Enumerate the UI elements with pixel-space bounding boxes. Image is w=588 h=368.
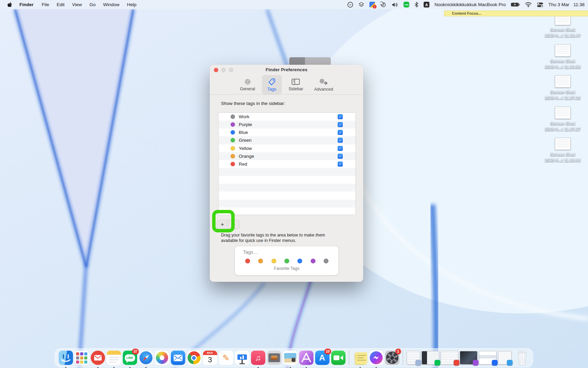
safari-icon [139,351,153,365]
tab-advanced[interactable]: Advanced [310,75,337,94]
favorite-tag-dot[interactable] [284,259,289,263]
desktop-file[interactable]: Screen Shot2565-0...t 11.37.20 [535,75,588,101]
window-titlebar[interactable]: Finder Preferences [210,65,363,75]
tag-checkbox[interactable]: ✓ [338,122,343,127]
tag-row[interactable]: Orange✓ [219,152,355,160]
control-center-icon[interactable] [537,2,543,8]
tag-row[interactable]: Blue✓ [219,128,355,136]
dock-notes[interactable] [106,350,122,366]
minimize-button[interactable] [221,68,226,72]
clock[interactable]: Thu 3 Mar11:38 [548,2,585,7]
file-name: Screen Shot [535,27,588,33]
dock-line[interactable]: LINE37 [122,350,138,366]
zoom-button[interactable] [229,68,233,72]
tag-color-dot [231,154,235,158]
menu-item-go[interactable]: Go [86,2,99,7]
favorite-tag-dot[interactable] [271,259,276,263]
tag-checkbox[interactable]: ✓ [338,114,343,119]
dock-photo-booth[interactable] [266,350,282,366]
minimized-window[interactable] [479,351,497,365]
dock-preview[interactable] [282,350,298,366]
desktop-file[interactable]: Screen Shot2565-0...t 11.37.27 [535,107,588,133]
wifi-icon[interactable] [525,2,532,8]
dock-trash[interactable] [514,350,530,366]
favorite-tag-dot[interactable] [297,259,302,263]
file-thumbnail [555,75,571,88]
minimized-window[interactable] [441,351,458,365]
tag-checkbox[interactable]: ✓ [338,154,343,159]
dock-keynote[interactable] [234,350,250,366]
tab-tags[interactable]: Tags [262,75,282,94]
tag-row[interactable]: Work✓ [219,113,355,121]
menu-item-file[interactable]: File [38,2,53,7]
minimized-window[interactable] [407,351,420,365]
desktop-file[interactable]: Screen Shot2565-0...t 11.36.47 [535,13,588,39]
menu-item-view[interactable]: View [68,2,86,7]
tag-row[interactable]: Purple✓ [219,121,355,128]
calendar-icon: MAR3 [203,351,217,365]
favorite-tag-dot[interactable] [311,259,315,263]
tag-row[interactable]: Yellow✓ [219,144,355,152]
tab-general[interactable]: General [236,75,259,94]
dock-pages[interactable]: ✎ [218,350,234,366]
tag-name: Work [239,114,249,119]
dock-music[interactable]: ♫ [250,350,266,366]
minimized-window[interactable] [460,351,477,365]
pdf-app-icon[interactable]: ! [369,2,375,7]
favorite-tag-dot[interactable] [258,259,263,263]
apple-menu[interactable] [5,2,15,7]
device-name[interactable]: Nooknickkikikkukkuk MacBook Pro [435,2,506,7]
dock-gmail[interactable] [90,350,106,366]
line-status-icon[interactable]: LINE [403,2,409,7]
volume-icon[interactable] [392,2,398,8]
close-button[interactable] [214,68,218,72]
layers-icon[interactable] [358,2,364,8]
menu-item-finder[interactable]: Finder [15,2,38,7]
minimized-window[interactable] [422,351,439,365]
favorite-tags-well[interactable]: Tags… Favorite Tags [235,246,339,275]
creative-cloud-icon[interactable]: ∞ [347,2,353,8]
dock-calendar[interactable]: MAR3 [202,350,218,366]
dock-chrome[interactable] [186,350,202,366]
dock-messenger[interactable] [368,350,384,366]
file-detail: 2565-0...t 11.36.56 [535,64,588,70]
input-source-icon[interactable]: A [424,2,429,7]
dock-finder[interactable] [58,350,74,366]
dock-photos[interactable] [154,350,170,366]
menu-item-help[interactable]: Help [123,2,140,7]
tag-checkbox[interactable]: ✓ [338,138,343,143]
bluetooth-icon[interactable] [414,2,418,8]
dock-mail[interactable] [170,350,186,366]
desktop-file[interactable]: Screen Shot2565-0...t 11.38.06 [535,138,588,164]
menu-bar-left: Finder FileEditViewGoWindowHelp [0,2,140,7]
tag-row[interactable]: Green✓ [219,136,355,144]
spiral-icon[interactable] [380,2,386,8]
dock-badge: 10 [324,349,331,354]
dock-system-preferences[interactable]: 1 [384,350,400,366]
tag-checkbox[interactable]: ✓ [338,162,343,167]
drag-hint-line2: available for quick use in Finder menus. [221,238,325,243]
file-label: Screen Shot2565-0...t 11.37.20 [535,90,588,101]
tab-sidebar[interactable]: Sidebar [284,75,307,94]
desktop-file[interactable]: Screen Shot2565-0...t 11.36.56 [535,44,588,70]
launchpad-icon [75,351,89,365]
dock-facetime[interactable] [330,350,346,366]
dock-affinity-photo[interactable] [298,350,314,366]
battery-icon[interactable] [511,2,520,8]
dock-app-store[interactable]: A10 [314,350,330,366]
tag-name: Red [239,162,247,167]
tag-checkbox[interactable]: ✓ [338,146,343,151]
empty-row [219,184,355,191]
dock-launchpad[interactable] [74,350,90,366]
tag-checkbox[interactable]: ✓ [338,130,343,135]
tag-row[interactable]: Red✓ [219,160,355,168]
favorite-tag-dot[interactable] [324,259,328,263]
favorite-tag-dot[interactable] [245,259,250,263]
dock-safari[interactable] [138,350,154,366]
menu-item-window[interactable]: Window [99,2,123,7]
tag-list[interactable]: Work✓Purple✓Blue✓Green✓Yellow✓Orange✓Red… [218,112,356,215]
dock-stickies[interactable] [352,350,368,366]
tag-color-dot [231,146,235,151]
menu-item-edit[interactable]: Edit [53,2,68,7]
minimized-window[interactable] [498,351,512,365]
